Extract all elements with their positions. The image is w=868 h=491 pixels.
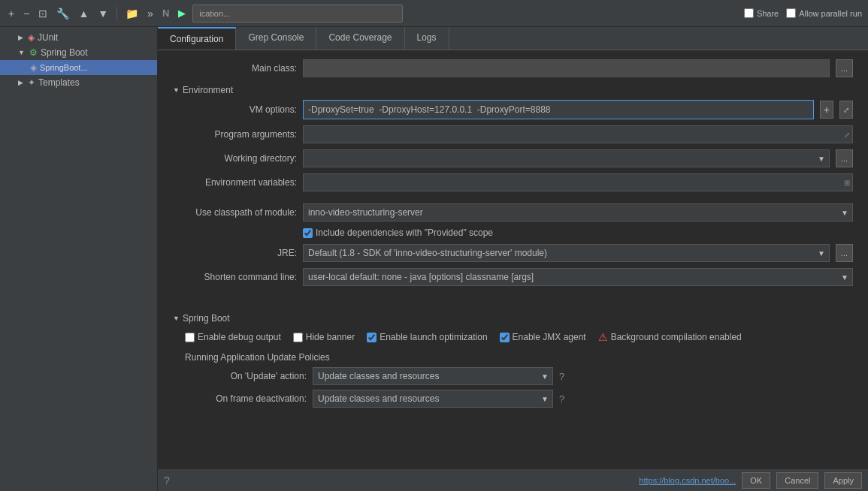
sidebar-item-junit[interactable]: ▶ ◈ JUnit xyxy=(0,30,157,45)
allow-parallel-label: Allow parallel run xyxy=(799,9,862,18)
enable-jmx-group: Enable JMX agent xyxy=(500,332,586,342)
jre-select[interactable]: Default (1.8 - SDK of 'inno-video-struct… xyxy=(303,244,830,262)
include-deps-checkbox-group: Include dependencies with "Provided" sco… xyxy=(303,227,493,238)
junit-icon: ◈ xyxy=(28,32,35,43)
classpath-label: Use classpath of module: xyxy=(173,207,297,218)
help-icon[interactable]: ? xyxy=(164,474,170,486)
vm-options-resize-btn[interactable]: ⤢ xyxy=(839,101,853,119)
down-icon[interactable]: ▼ xyxy=(95,6,110,21)
program-args-input[interactable] xyxy=(303,125,853,143)
on-frame-row: On frame deactivation: Update classes an… xyxy=(185,390,853,408)
enable-debug-checkbox[interactable] xyxy=(185,333,195,342)
main-area: ▶ ◈ JUnit ▼ ⚙ Spring Boot ◈ SpringBoot..… xyxy=(0,27,868,491)
on-frame-select[interactable]: Update classes and resources xyxy=(313,390,553,408)
config-name-box[interactable]: ication... xyxy=(192,5,403,23)
sidebar-item-label: Spring Boot xyxy=(41,47,88,58)
include-deps-label: Include dependencies with "Provided" sco… xyxy=(316,227,493,238)
content-panel: Configuration Grep Console Code Coverage… xyxy=(158,27,868,491)
on-update-row: On 'Update' action: Update classes and r… xyxy=(185,367,853,385)
env-vars-label: Environment variables: xyxy=(173,177,297,188)
add-icon[interactable]: + xyxy=(6,6,17,21)
shorten-cmd-label: Shorten command line: xyxy=(173,272,297,282)
config-name-text: ication... xyxy=(199,9,230,18)
hide-banner-label: Hide banner xyxy=(306,332,355,342)
separator xyxy=(116,7,117,20)
on-update-select[interactable]: Update classes and resources xyxy=(313,367,553,385)
sidebar-item-templates[interactable]: ▶ ✦ Templates xyxy=(0,75,157,90)
enable-jmx-checkbox[interactable] xyxy=(500,333,510,342)
share-label: Share xyxy=(757,9,779,18)
springboot-icon: ⚙ xyxy=(29,47,38,58)
tab-code-coverage[interactable]: Code Coverage xyxy=(316,27,404,50)
share-checkbox-label[interactable]: Share xyxy=(744,8,779,18)
tab-logs[interactable]: Logs xyxy=(405,27,449,50)
toolbar: + − ⊡ 🔧 ▲ ▼ 📁 » N ▶ ication... Share All… xyxy=(0,0,868,27)
working-dir-row: Working directory: ▼ ... xyxy=(173,149,853,167)
config-icon: ◈ xyxy=(30,62,37,73)
main-class-label: Main class: xyxy=(173,63,297,74)
templates-icon: ✦ xyxy=(28,77,35,88)
jre-label: JRE: xyxy=(173,248,297,258)
enable-debug-label: Enable debug output xyxy=(198,332,281,342)
jre-browse-btn[interactable]: ... xyxy=(836,244,853,262)
springboot-section-header: ▼ Spring Boot xyxy=(173,313,853,324)
tab-grep-console[interactable]: Grep Console xyxy=(236,27,316,50)
shorten-cmd-select[interactable]: user-local default: none - java [options… xyxy=(303,268,853,286)
main-class-browse-btn[interactable]: ... xyxy=(836,59,853,77)
enable-jmx-label: Enable JMX agent xyxy=(513,332,586,342)
enable-launch-checkbox[interactable] xyxy=(367,333,377,342)
vm-options-input[interactable] xyxy=(303,100,814,119)
main-class-row: Main class: ... xyxy=(173,59,853,77)
include-deps-checkbox[interactable] xyxy=(303,228,313,238)
working-dir-browse-btn[interactable]: ... xyxy=(836,149,853,167)
hide-banner-group: Hide banner xyxy=(293,332,355,342)
toolbar-right: Share Allow parallel run xyxy=(744,8,862,18)
minus-icon[interactable]: − xyxy=(21,6,32,21)
more-icon[interactable]: » xyxy=(145,6,156,21)
springboot-section: ▼ Spring Boot Enable debug output Hide b… xyxy=(173,300,853,418)
folder-icon[interactable]: 📁 xyxy=(123,6,141,21)
share-checkbox[interactable] xyxy=(744,8,754,18)
vm-options-expand-btn[interactable]: + xyxy=(820,101,833,119)
bottom-link[interactable]: https://blog.csdn.net/boo... xyxy=(639,476,736,485)
form-area: Main class: ... ▼ Environment VM options… xyxy=(158,50,868,468)
enable-launch-group: Enable launch optimization xyxy=(367,332,487,342)
run-name-label: N xyxy=(160,6,171,20)
tab-configuration[interactable]: Configuration xyxy=(158,27,236,50)
environment-section: ▼ Environment xyxy=(173,85,853,95)
working-dir-label: Working directory: xyxy=(173,153,297,164)
on-update-label: On 'Update' action: xyxy=(194,371,307,381)
templates-expand-icon: ▶ xyxy=(18,79,23,86)
springboot-section-label: Spring Boot xyxy=(183,313,230,324)
ok-button[interactable]: OK xyxy=(742,472,770,489)
springboot-expand-icon: ▼ xyxy=(18,49,25,56)
sidebar-item-label: JUnit xyxy=(38,32,58,43)
vm-options-row: VM options: + ⤢ xyxy=(173,100,853,119)
up-icon[interactable]: ▲ xyxy=(76,6,91,21)
allow-parallel-checkbox-label[interactable]: Allow parallel run xyxy=(786,8,862,18)
springboot-collapse-icon[interactable]: ▼ xyxy=(173,315,180,322)
program-args-row: Program arguments: ⤢ xyxy=(173,125,853,143)
sidebar-item-springboot-config[interactable]: ◈ SpringBoot... xyxy=(0,60,157,75)
allow-parallel-checkbox[interactable] xyxy=(786,8,796,18)
update-policies: Running Application Update Policies On '… xyxy=(173,349,853,408)
bottom-bar: ? https://blog.csdn.net/boo... OK Cancel… xyxy=(158,468,868,491)
env-vars-input[interactable] xyxy=(303,173,853,191)
sidebar: ▶ ◈ JUnit ▼ ⚙ Spring Boot ◈ SpringBoot..… xyxy=(0,27,158,491)
hide-banner-checkbox[interactable] xyxy=(293,333,303,342)
copy-icon[interactable]: ⊡ xyxy=(36,6,50,21)
include-deps-row: Include dependencies with "Provided" sco… xyxy=(173,227,853,238)
on-update-help-icon[interactable]: ? xyxy=(559,371,564,382)
working-dir-input[interactable] xyxy=(303,149,830,167)
classpath-select[interactable]: inno-video-structuring-server xyxy=(303,203,853,221)
env-collapse-icon[interactable]: ▼ xyxy=(173,86,180,94)
run-icon[interactable]: ▶ xyxy=(176,6,188,20)
sidebar-item-springboot[interactable]: ▼ ⚙ Spring Boot xyxy=(0,45,157,60)
sidebar-item-label: Templates xyxy=(38,77,80,88)
on-frame-help-icon[interactable]: ? xyxy=(559,393,564,405)
settings-icon[interactable]: 🔧 xyxy=(54,6,71,21)
main-class-input[interactable] xyxy=(303,59,830,77)
apply-button[interactable]: Apply xyxy=(824,472,862,489)
cancel-button[interactable]: Cancel xyxy=(776,472,818,489)
jre-row: JRE: Default (1.8 - SDK of 'inno-video-s… xyxy=(173,244,853,262)
